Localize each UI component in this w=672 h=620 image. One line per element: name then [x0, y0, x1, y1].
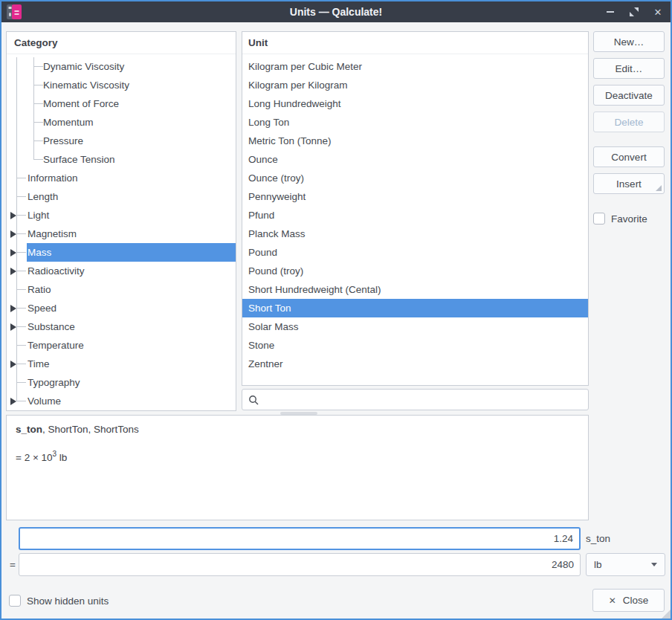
close-window-button[interactable]: ✕ [650, 4, 666, 20]
category-item-time[interactable]: Time [7, 355, 236, 373]
favorite-checkbox[interactable] [593, 213, 605, 225]
tree-branch-line [17, 308, 26, 309]
insert-button[interactable]: Insert [593, 173, 665, 194]
show-hidden-units-row[interactable]: Show hidden units [9, 595, 109, 607]
close-button[interactable]: ✕ Close [592, 589, 665, 612]
tree-branch-line [17, 196, 26, 197]
tree-branch-line [34, 66, 43, 67]
unit-item-ounce[interactable]: Ounce [242, 150, 588, 169]
tree-branch-line [34, 103, 43, 104]
expander-arrow-icon[interactable] [10, 212, 16, 219]
unit-item-pennyweight[interactable]: Pennyweight [242, 187, 588, 206]
category-item-dynamic-viscosity[interactable]: Dynamic Viscosity [7, 57, 236, 76]
category-item-typography[interactable]: Typography [7, 373, 236, 392]
unit-relation-line: = 2 × 103 lb [16, 447, 579, 465]
unit-names-line: s_ton, ShortTon, ShortTons [16, 422, 579, 437]
unit-column-header[interactable]: Unit [242, 32, 588, 54]
unit-item-planck-mass[interactable]: Planck Mass [242, 225, 588, 243]
new-button[interactable]: New… [593, 31, 665, 52]
category-item-surface-tension[interactable]: Surface Tension [7, 150, 236, 169]
category-item-volume[interactable]: Volume [7, 392, 236, 410]
relation-prefix: = 2 × 10 [16, 452, 53, 463]
unit-item-kilogram-per-cubic-meter[interactable]: Kilogram per Cubic Meter [242, 57, 588, 76]
unit-item-short-hundredweight-cental[interactable]: Short Hundredweight (Cental) [242, 280, 588, 299]
category-item-label: Magnetism [28, 228, 77, 239]
insert-button-label: Insert [616, 178, 642, 190]
close-icon: ✕ [609, 595, 616, 606]
expander-arrow-icon[interactable] [10, 268, 16, 275]
category-column-header[interactable]: Category [7, 32, 236, 54]
show-hidden-units-checkbox[interactable] [9, 595, 21, 607]
restore-button[interactable] [626, 4, 642, 20]
tree-branch-line [17, 382, 26, 383]
convert-from-input[interactable] [19, 527, 581, 550]
category-item-magnetism[interactable]: Magnetism [7, 225, 236, 243]
unit-search-box[interactable] [242, 389, 589, 410]
category-item-light[interactable]: Light [7, 206, 236, 225]
window-resize-grip[interactable] [662, 610, 671, 619]
unit-item-short-ton[interactable]: Short Ton [242, 299, 588, 317]
selection-highlight [27, 243, 236, 262]
tree-branch-line [17, 345, 26, 346]
expander-arrow-icon[interactable] [10, 361, 16, 368]
category-item-label: Typography [28, 377, 80, 388]
category-item-ratio[interactable]: Ratio [7, 280, 236, 299]
unit-item-pound[interactable]: Pound [242, 243, 588, 262]
category-tree: Dynamic ViscosityKinematic ViscosityMome… [7, 57, 236, 410]
category-item-kinematic-viscosity[interactable]: Kinematic Viscosity [7, 76, 236, 94]
unit-item-solar-mass[interactable]: Solar Mass [242, 317, 588, 336]
unit-alias-names: , ShortTon, ShortTons [42, 424, 139, 435]
edit-button[interactable]: Edit… [593, 58, 665, 79]
category-item-moment-of-force[interactable]: Moment of Force [7, 94, 236, 113]
expander-arrow-icon[interactable] [10, 249, 16, 256]
category-item-label: Speed [28, 303, 56, 314]
unit-item-stone[interactable]: Stone [242, 336, 588, 355]
category-item-mass[interactable]: Mass [7, 243, 236, 262]
favorite-checkbox-row[interactable]: Favorite [593, 213, 647, 225]
unit-item-zentner[interactable]: Zentner [242, 355, 588, 373]
expander-arrow-icon[interactable] [10, 305, 16, 312]
convert-to-input[interactable] [19, 553, 581, 576]
category-item-length[interactable]: Length [7, 187, 236, 206]
unit-list: Kilogram per Cubic MeterKilogram per Kil… [242, 57, 588, 385]
deactivate-button[interactable]: Deactivate [593, 85, 665, 106]
category-item-label: Mass [28, 247, 51, 258]
tree-branch-line [34, 122, 43, 123]
category-item-pressure[interactable]: Pressure [7, 132, 236, 150]
category-item-label: Moment of Force [43, 98, 119, 109]
expander-arrow-icon[interactable] [10, 398, 16, 405]
category-item-temperature[interactable]: Temperature [7, 336, 236, 355]
category-item-momentum[interactable]: Momentum [7, 113, 236, 132]
expander-arrow-icon[interactable] [10, 230, 16, 238]
tree-branch-line [17, 364, 26, 364]
unit-item-pfund[interactable]: Pfund [242, 206, 588, 225]
category-item-information[interactable]: Information [7, 169, 236, 187]
category-item-label: Momentum [43, 117, 94, 128]
category-item-label: Radioactivity [28, 265, 85, 277]
unit-item-metric-ton-tonne[interactable]: Metric Ton (Tonne) [242, 132, 588, 150]
search-input[interactable] [263, 390, 588, 410]
convert-button[interactable]: Convert [593, 146, 665, 167]
minimize-button[interactable] [602, 4, 618, 20]
tree-branch-line [17, 233, 26, 234]
category-item-label: Time [28, 358, 50, 369]
unit-item-ounce-troy[interactable]: Ounce (troy) [242, 169, 588, 187]
expander-arrow-icon[interactable] [10, 323, 16, 331]
category-item-radioactivity[interactable]: Radioactivity [7, 262, 236, 280]
category-item-speed[interactable]: Speed [7, 299, 236, 317]
tree-branch-line [34, 85, 43, 85]
titlebar: Units — Qalculate! ✕ [1, 1, 671, 22]
unit-item-kilogram-per-kilogram[interactable]: Kilogram per Kilogram [242, 76, 588, 94]
restore-icon [630, 7, 639, 16]
category-item-label: Pressure [43, 135, 83, 146]
category-item-label: Length [28, 191, 58, 202]
search-icon [248, 395, 259, 405]
unit-item-long-ton[interactable]: Long Ton [242, 113, 588, 132]
unit-item-pound-troy[interactable]: Pound (troy) [242, 262, 588, 280]
unit-item-long-hundredweight[interactable]: Long Hundredweight [242, 94, 588, 113]
delete-button: Delete [593, 112, 665, 132]
to-unit-dropdown[interactable]: lb [586, 553, 665, 576]
tree-branch-line [17, 271, 26, 271]
favorite-label: Favorite [611, 213, 647, 225]
category-item-substance[interactable]: Substance [7, 317, 236, 336]
